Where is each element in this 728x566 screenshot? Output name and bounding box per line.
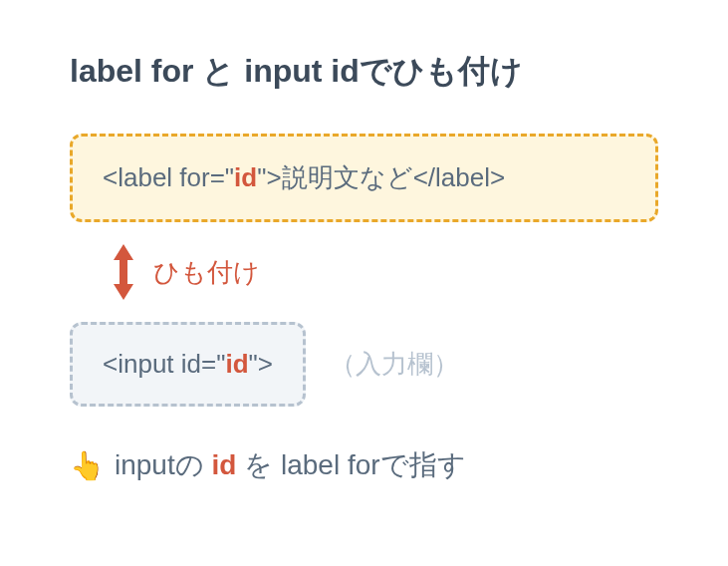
pointing-up-icon: 👆 [70,449,105,482]
input-code-suffix: "> [249,349,273,379]
double-arrow-icon [110,240,137,304]
footer-id: id [212,449,237,480]
label-code-suffix: ">説明文など</label> [257,162,505,192]
label-code-id: id [234,162,257,192]
footer-part1: inputの [115,449,212,480]
label-code-prefix: <label for=" [103,162,234,192]
input-note: （入力欄） [330,347,459,382]
footer-note: 👆 inputの id を label forで指す [70,446,658,484]
footer-part2: を label forで指す [236,449,465,480]
label-code-box: <label for="id">説明文など</label> [70,134,658,222]
diagram-title: label for と input idでひも付け [70,50,658,94]
input-code-prefix: <input id=" [103,349,225,379]
input-code-id: id [225,349,248,379]
connector-row: ひも付け [110,240,658,304]
footer-text: inputの id を label forで指す [115,446,466,484]
input-code-box: <input id="id"> [70,322,306,407]
connector-label: ひも付け [153,255,260,290]
input-row: <input id="id"> （入力欄） [70,322,658,407]
